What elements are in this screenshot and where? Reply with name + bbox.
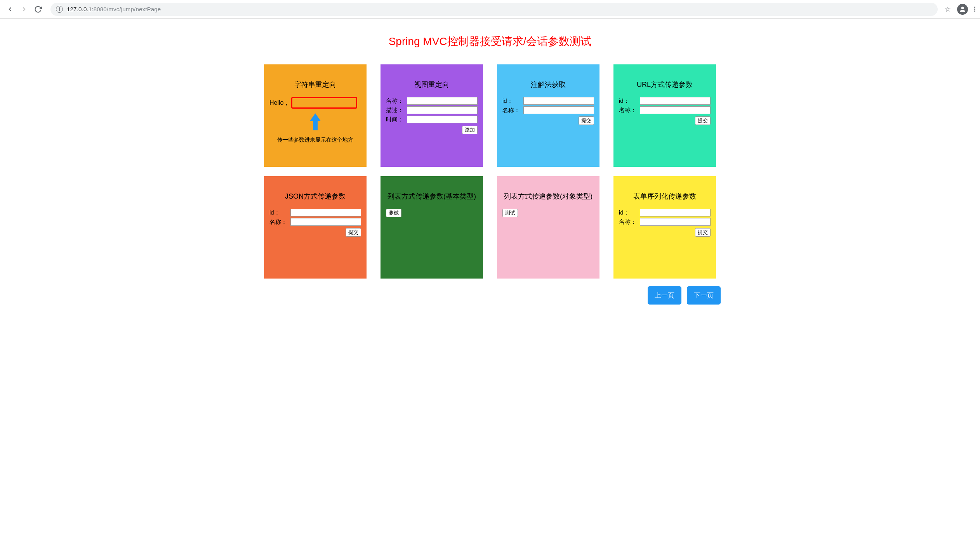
form-row-name: 名称： (502, 106, 594, 114)
card-list-object: 列表方式传递参数(对象类型) 测试 (497, 176, 599, 279)
form-row-name: 名称： (619, 218, 711, 226)
desc-label: 描述： (386, 107, 405, 114)
submit-button[interactable]: 提交 (695, 116, 711, 125)
desc-input[interactable] (407, 106, 478, 114)
card-caption: 传一些参数进来显示在这个地方 (269, 137, 361, 144)
star-icon[interactable]: ☆ (945, 5, 951, 14)
card-json-params: JSON方式传递参数 id： 名称： 提交 (264, 176, 367, 279)
form-row-name: 名称： (619, 106, 711, 114)
card-string-redirect: 字符串重定向 Hello， 传一些参数进来显示在这个地方 (264, 64, 367, 167)
time-input[interactable] (407, 116, 478, 123)
button-row: 提交 (619, 116, 711, 125)
page-content: Spring MVC控制器接受请求/会话参数测试 字符串重定向 Hello， 传… (0, 19, 980, 316)
hello-row: Hello， (269, 97, 361, 109)
submit-button[interactable]: 提交 (695, 228, 711, 237)
form-row-id: id： (269, 209, 361, 216)
submit-button[interactable]: 提交 (346, 228, 361, 237)
back-button[interactable] (5, 4, 16, 15)
button-row: 提交 (502, 116, 594, 125)
forward-button[interactable] (19, 4, 30, 15)
id-input[interactable] (640, 97, 711, 105)
address-bar[interactable]: i 127.0.0.1:8080/mvc/jump/nextPage (50, 3, 938, 16)
card-grid: 字符串重定向 Hello， 传一些参数进来显示在这个地方 视图重定向 名称： 描… (0, 64, 980, 279)
card-title: 表单序列化传递参数 (619, 192, 711, 201)
form-row-time: 时间： (386, 116, 478, 123)
form-row-id: id： (502, 97, 594, 105)
time-label: 时间： (386, 116, 405, 123)
button-row: 测试 (386, 209, 478, 217)
form-row-desc: 描述： (386, 106, 478, 114)
button-row: 测试 (502, 209, 594, 217)
url-text: 127.0.0.1:8080/mvc/jump/nextPage (67, 6, 161, 12)
id-input[interactable] (290, 209, 361, 216)
form-row-name: 名称： (269, 218, 361, 226)
button-row: 提交 (619, 228, 711, 237)
name-label: 名称： (619, 107, 638, 114)
id-label: id： (619, 209, 638, 216)
name-input[interactable] (407, 97, 478, 105)
prev-page-button[interactable]: 上一页 (648, 286, 681, 305)
test-button[interactable]: 测试 (502, 209, 518, 217)
name-label: 名称： (619, 218, 638, 226)
card-annotation-get: 注解法获取 id： 名称： 提交 (497, 64, 599, 167)
name-input[interactable] (523, 106, 594, 114)
name-label: 名称： (502, 107, 521, 114)
name-input[interactable] (640, 218, 711, 226)
pagination: 上一页 下一页 (245, 279, 735, 308)
url-rest: :8080/mvc/jump/nextPage (92, 6, 161, 12)
form-row-id: id： (619, 97, 711, 105)
card-title: JSON方式传递参数 (269, 192, 361, 201)
url-host: 127.0.0.1 (67, 6, 92, 12)
next-page-button[interactable]: 下一页 (687, 286, 721, 305)
name-input[interactable] (640, 106, 711, 114)
add-button[interactable]: 添加 (462, 126, 478, 134)
profile-avatar[interactable] (957, 4, 968, 15)
card-title: 字符串重定向 (269, 80, 361, 89)
arrow-indicator (269, 113, 361, 133)
browser-toolbar: i 127.0.0.1:8080/mvc/jump/nextPage ☆ (0, 0, 980, 19)
hello-output-box (291, 97, 357, 109)
form-row-name: 名称： (386, 97, 478, 105)
up-arrow-icon (308, 113, 323, 131)
card-view-redirect: 视图重定向 名称： 描述： 时间： 添加 (381, 64, 483, 167)
id-label: id： (502, 97, 521, 105)
button-row: 提交 (269, 228, 361, 237)
info-icon: i (56, 6, 63, 13)
id-label: id： (269, 209, 288, 216)
menu-button[interactable] (974, 7, 975, 12)
card-title: 视图重定向 (386, 80, 478, 89)
card-title: 列表方式传递参数(对象类型) (502, 192, 594, 201)
id-input[interactable] (523, 97, 594, 105)
id-label: id： (619, 97, 638, 105)
card-form-serialize: 表单序列化传递参数 id： 名称： 提交 (613, 176, 716, 279)
button-row: 添加 (386, 126, 478, 134)
hello-label: Hello， (269, 99, 290, 107)
card-list-basic: 列表方式传递参数(基本类型) 测试 (381, 176, 483, 279)
reload-button[interactable] (33, 4, 43, 15)
card-url-params: URL方式传递参数 id： 名称： 提交 (613, 64, 716, 167)
id-input[interactable] (640, 209, 711, 216)
form-row-id: id： (619, 209, 711, 216)
submit-button[interactable]: 提交 (579, 116, 594, 125)
card-title: 列表方式传递参数(基本类型) (386, 192, 478, 201)
card-title: URL方式传递参数 (619, 80, 711, 89)
page-title: Spring MVC控制器接受请求/会话参数测试 (0, 34, 980, 49)
test-button[interactable]: 测试 (386, 209, 401, 217)
card-title: 注解法获取 (502, 80, 594, 89)
name-label: 名称： (269, 218, 288, 226)
name-input[interactable] (290, 218, 361, 226)
name-label: 名称： (386, 97, 405, 105)
